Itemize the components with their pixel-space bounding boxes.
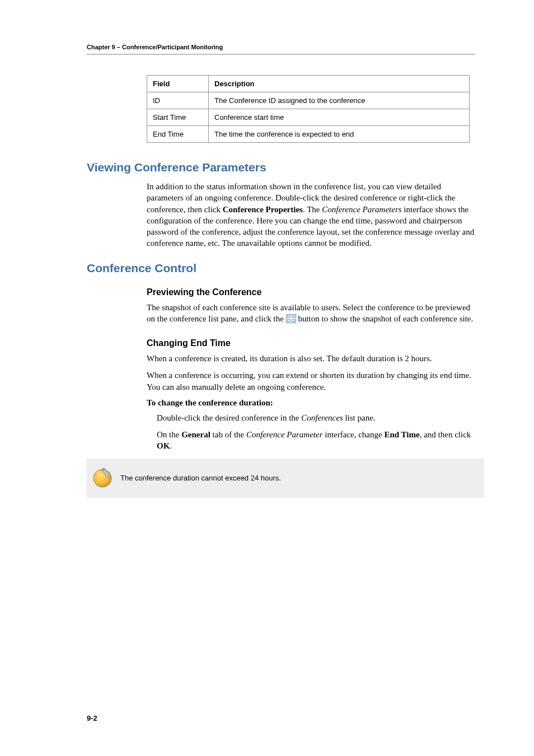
subheading-previewing: Previewing the Conference (147, 287, 475, 297)
bold-text: General (181, 430, 210, 439)
text: . The (303, 205, 322, 214)
bold-text: End Time (384, 430, 419, 439)
field-cell: End Time (147, 126, 209, 143)
table-header-row: Field Description (147, 76, 470, 92)
header-rule (87, 54, 475, 55)
text: , and then click (420, 430, 471, 439)
text: tab of the (210, 430, 246, 439)
step-item: Double-click the desired conference in t… (157, 412, 475, 423)
paragraph: When a conference is occurring, you can … (147, 370, 475, 393)
grid-preview-icon (286, 314, 296, 326)
field-description-table: Field Description ID The Conference ID a… (147, 75, 470, 143)
text: interface, change (322, 430, 384, 439)
paragraph: The snapshot of each conference site is … (147, 302, 475, 326)
field-cell: Start Time (147, 109, 209, 126)
field-cell: ID (147, 92, 209, 109)
svg-rect-3 (287, 319, 290, 321)
note-pencil-icon (87, 465, 120, 491)
running-head: Chapter 9 – Conference/Participant Monit… (87, 44, 475, 50)
svg-point-5 (93, 469, 111, 487)
step-item: On the General tab of the Conference Par… (157, 429, 475, 452)
heading-conference-control: Conference Control (87, 262, 475, 275)
svg-rect-1 (287, 315, 290, 318)
bold-text: OK (157, 441, 170, 450)
text: Double-click the desired conference in t… (157, 413, 301, 422)
bold-text: Conference Properties (223, 205, 303, 214)
text: button to show the snapshot of each conf… (298, 314, 473, 323)
text: . (170, 441, 172, 450)
note-box: The conference duration cannot exceed 24… (87, 459, 484, 498)
desc-cell: Conference start time (209, 109, 470, 126)
table-head-description: Description (209, 76, 470, 92)
table-head-field: Field (147, 76, 209, 92)
italic-text: Conference Parameters (322, 205, 401, 214)
note-text: The conference duration cannot exceed 24… (120, 474, 281, 482)
desc-cell: The Conference ID assigned to the confer… (209, 92, 470, 109)
italic-text: Conferences (301, 413, 343, 422)
paragraph: When a conference is created, its durati… (147, 353, 475, 364)
paragraph: In addition to the status information sh… (147, 181, 475, 249)
italic-text: Conference Parameter (246, 430, 323, 439)
table-row: Start Time Conference start time (147, 109, 470, 126)
table-row: ID The Conference ID assigned to the con… (147, 92, 470, 109)
page: Chapter 9 – Conference/Participant Monit… (0, 0, 534, 756)
svg-rect-2 (292, 315, 294, 318)
text: list pane. (343, 413, 376, 422)
subheading-changing-end-time: Changing End Time (147, 338, 475, 348)
page-number: 9-2 (87, 714, 97, 722)
svg-rect-4 (292, 319, 294, 321)
text: On the (157, 430, 181, 439)
instruction-head: To change the conference duration: (147, 398, 475, 408)
desc-cell: The time the conference is expected to e… (209, 126, 470, 143)
heading-viewing-conference-parameters: Viewing Conference Parameters (87, 161, 475, 174)
table-row: End Time The time the conference is expe… (147, 126, 470, 143)
section-body: In addition to the status information sh… (147, 181, 475, 249)
section-body: Previewing the Conference The snapshot o… (147, 287, 475, 452)
